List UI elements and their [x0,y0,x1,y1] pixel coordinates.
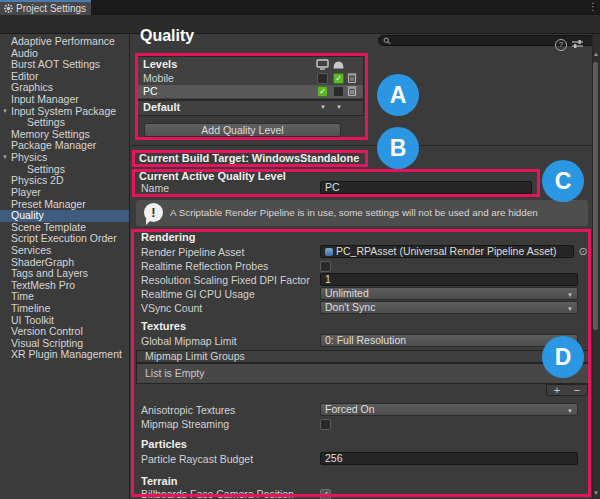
annotation-box-a [135,53,368,140]
search-icon [383,37,391,45]
sidebar-item-adaptive-performance[interactable]: Adaptive Performance [0,36,129,48]
annotation-box-b [132,150,368,167]
foldout-arrow-icon[interactable]: ▼ [2,106,8,118]
sidebar-item-timeline[interactable]: Timeline [0,303,129,315]
section-divider [131,145,592,146]
callout-b: B [377,127,419,169]
callout-d: D [542,336,584,378]
project-settings-window: Project Settings ⋮ Adaptive Performance … [0,0,600,499]
settings-toolbar [0,15,600,34]
page-title: Quality [140,27,194,45]
settings-category-sidebar: Adaptive Performance Audio Burst AOT Set… [0,34,130,499]
preset-sliders-icon[interactable] [572,39,584,51]
scroll-up-icon[interactable]: ▲ [592,50,600,58]
scroll-down-icon[interactable]: ▼ [592,489,600,497]
annotation-box-c [132,169,540,197]
tab-bar: Project Settings ⋮ [0,0,600,15]
scrollbar-thumb[interactable] [593,62,598,330]
annotation-box-d [131,229,591,497]
sidebar-item-quality[interactable]: Quality [0,210,129,222]
sidebar-item-label: Physics [11,151,47,163]
callout-a: A [377,74,419,116]
sidebar-item-player[interactable]: Player [0,187,129,199]
sidebar-item-services[interactable]: Services [0,245,129,257]
warning-icon: ! [144,203,163,222]
tab-project-settings[interactable]: Project Settings [0,0,91,15]
sidebar-item-label: Input System Package [11,105,116,117]
tab-title: Project Settings [16,3,86,15]
gear-icon [4,4,13,13]
help-icon[interactable]: ? [555,39,567,51]
kebab-menu-icon[interactable]: ⋮ [588,1,598,12]
sidebar-item-xr-plugin-management[interactable]: XR Plugin Management [0,349,129,361]
callout-c: C [542,160,584,202]
foldout-arrow-icon[interactable]: ▼ [2,152,8,164]
warning-text: A Scriptable Render Pipeline is in use, … [170,200,538,226]
sidebar-item-physics[interactable]: ▼Physics [0,152,129,164]
